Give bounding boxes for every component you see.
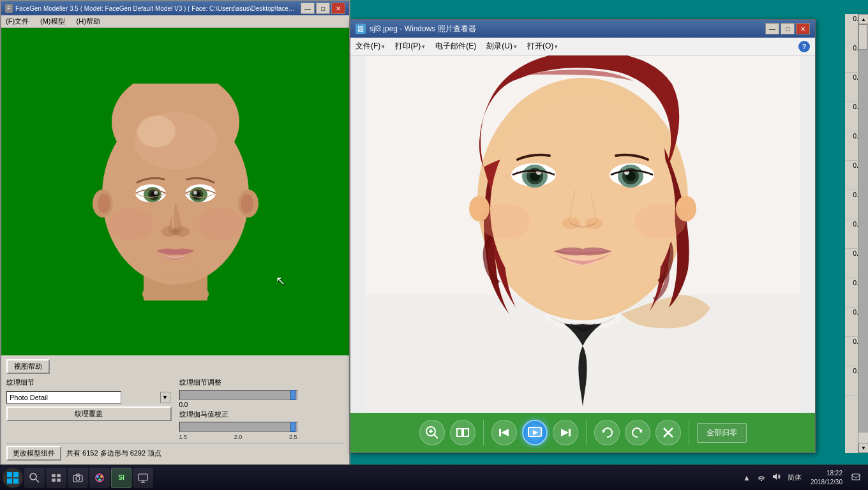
texture-gamma-section: 纹理伽马值校正 1.5 2.0 2.5 [179,410,345,440]
photo-menu-open[interactable]: 打开(O) ▾ [527,41,558,52]
svg-point-18 [193,191,197,195]
input-method-icon[interactable]: 简体 [786,471,803,484]
svg-point-42 [562,218,580,229]
texture-detail-label: 纹理细节 [6,378,172,387]
svg-point-78 [100,475,103,478]
svg-point-6 [241,194,253,213]
svg-rect-63 [7,472,12,477]
svg-marker-58 [561,429,569,436]
texture-adjust-track[interactable] [179,390,297,400]
photo-maximize-btn[interactable]: □ [781,23,795,34]
rotate-ccw-button[interactable] [594,420,620,445]
actual-size-icon [456,426,470,440]
photo-minimize-btn[interactable]: — [765,23,779,34]
camera-taskbar-icon[interactable] [68,468,88,488]
svg-point-21 [170,229,181,235]
v-scrollbar[interactable]: ▲ ▼ [858,14,868,453]
photo-window-controls: — □ ✕ [765,23,810,34]
svg-point-22 [108,208,153,240]
facegen-window: F FaceGen Modeller 3.5 ( Model: FaceGen … [0,0,350,466]
task-view-icon[interactable] [46,468,66,488]
rotate-cw-icon [631,426,645,440]
photo-toolbar: 全部归零 [350,413,815,452]
facegen-minimize-btn[interactable]: — [301,3,315,14]
facegen-title: FaceGen Modeller 3.5 ( Model: FaceGen De… [15,5,298,12]
view-help-button[interactable]: 视图帮助 [6,359,50,374]
texture-detail-select[interactable]: Photo Detail [6,391,121,404]
photo-menu-email[interactable]: 电子邮件(E) [435,41,476,52]
photo-title-left: 🖼 sjl3.jpeg - Windows 照片查看器 [355,24,476,34]
notification-icon [851,472,860,481]
model-stats: 共有 6152 多边形与 6292 顶点 [66,449,161,458]
photo-close-btn[interactable]: ✕ [796,23,810,34]
monitor-taskbar-icon[interactable] [133,468,153,488]
modify-model-button[interactable]: 更改模型组件 [6,446,61,461]
system-clock[interactable]: 18:22 2018/12/30 [807,469,846,487]
photo-menu-file[interactable]: 文件(F) ▾ [355,41,385,52]
system-tray: ▲ 简体 18:22 2018/12/30 [742,469,865,487]
svg-point-44 [567,255,599,265]
texture-adjust-thumb[interactable] [290,390,296,400]
monitor-icon [138,473,148,483]
zoom-in-button[interactable] [419,420,445,445]
start-button[interactable] [3,468,23,488]
svg-point-77 [96,475,99,478]
texture-gamma-track[interactable] [179,422,297,432]
print-menu-arrow: ▾ [422,43,425,50]
facegen-close-btn[interactable]: ✕ [331,3,345,14]
si-taskbar-app[interactable]: SI [111,468,131,488]
facegen-maximize-btn[interactable]: □ [316,3,330,14]
svg-line-48 [434,434,438,438]
texture-gamma-label: 纹理伽马值校正 [179,410,345,419]
scrollbar-down-btn[interactable]: ▼ [858,443,868,453]
scrollbar-track [858,24,868,433]
delete-button[interactable] [655,420,681,445]
volume-icon [772,472,781,481]
photo-menu-burn[interactable]: 刻录(U) ▾ [486,41,517,52]
photo-help-icon[interactable]: ? [798,41,810,52]
facegen-titlebar: F FaceGen Modeller 3.5 ( Model: FaceGen … [1,1,349,15]
svg-rect-64 [13,472,19,477]
facegen-menu-file[interactable]: (F)文件 [4,16,31,27]
prev-photo-button[interactable] [491,420,517,445]
network-tray-icon[interactable] [756,471,767,484]
actual-size-button[interactable] [450,420,475,445]
taskbar: SI ▲ 简体 18:22 2018/12/ [0,464,868,490]
facegen-menubar: (F)文件 (M)模型 (H)帮助 [1,15,349,28]
scrollbar-handle[interactable] [858,24,867,50]
svg-rect-53 [499,429,501,436]
slideshow-button[interactable] [522,420,548,445]
prev-icon [497,426,511,440]
next-icon [558,426,572,440]
texture-detail-select-wrapper: Photo Detail ▼ [6,391,172,404]
svg-rect-57 [569,429,571,436]
texture-cover-button[interactable]: 纹理覆盖 [6,406,172,421]
scrollbar-up-btn[interactable]: ▲ [858,14,868,24]
facegen-menu-model[interactable]: (M)模型 [38,16,67,27]
next-photo-button[interactable] [553,420,578,445]
search-taskbar-icon[interactable] [24,468,45,488]
photo-viewer-title: sjl3.jpeg - Windows 照片查看器 [370,24,476,34]
delete-icon [661,426,675,440]
svg-point-67 [30,473,36,480]
photo-menu-print[interactable]: 打印(P) ▾ [395,41,425,52]
notification-tray-icon[interactable] [850,471,862,484]
texture-gamma-slider-row [179,422,345,432]
slider-mark-2_5: 2.5 [289,434,297,440]
svg-point-43 [585,218,603,229]
reset-zero-button[interactable]: 全部归零 [697,423,747,443]
rotate-cw-button[interactable] [625,420,650,445]
svg-rect-66 [13,479,19,484]
slider-mark-1_5: 1.5 [179,434,188,440]
svg-rect-80 [138,474,147,480]
paint-taskbar-icon[interactable] [89,468,110,488]
tray-up-arrow[interactable]: ▲ [742,472,752,484]
volume-tray-icon[interactable] [771,471,782,484]
texture-gamma-thumb[interactable] [290,422,296,432]
clock-date: 2018/12/30 [811,478,842,487]
burn-menu-arrow: ▾ [514,43,517,50]
facegen-menu-help[interactable]: (H)帮助 [75,16,102,27]
slideshow-icon [527,425,542,440]
svg-point-23 [198,208,243,240]
toolbar-sep-2 [586,420,587,445]
